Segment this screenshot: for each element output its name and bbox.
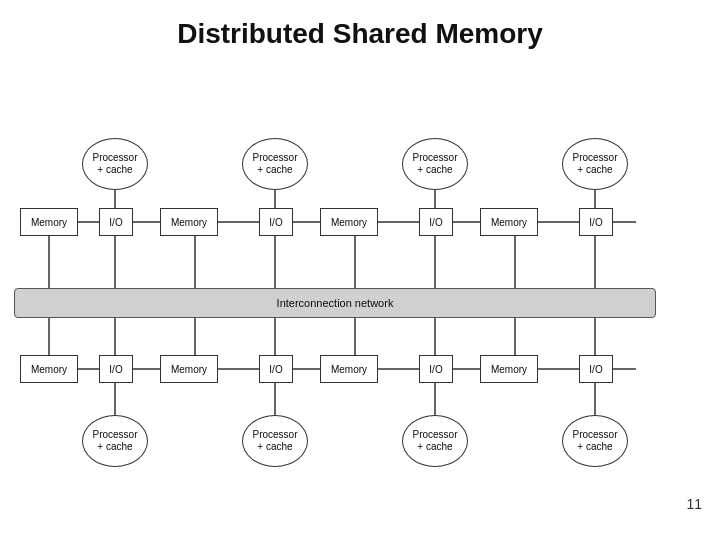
io-top-3: I/O — [419, 208, 453, 236]
io-top-4: I/O — [579, 208, 613, 236]
memory-top-1: Memory — [20, 208, 78, 236]
io-bot-2: I/O — [259, 355, 293, 383]
memory-bot-2: Memory — [160, 355, 218, 383]
processor-cache-top-4: Processor+ cache — [562, 138, 628, 190]
processor-cache-top-2: Processor+ cache — [242, 138, 308, 190]
page-title: Distributed Shared Memory — [0, 0, 720, 60]
processor-cache-top-3: Processor+ cache — [402, 138, 468, 190]
interconnection-network: Interconnection network — [14, 288, 656, 318]
memory-bot-1: Memory — [20, 355, 78, 383]
processor-cache-bot-2: Processor+ cache — [242, 415, 308, 467]
memory-top-3: Memory — [320, 208, 378, 236]
processor-cache-top-1: Processor+ cache — [82, 138, 148, 190]
io-bot-3: I/O — [419, 355, 453, 383]
memory-bot-3: Memory — [320, 355, 378, 383]
io-top-1: I/O — [99, 208, 133, 236]
memory-bot-4: Memory — [480, 355, 538, 383]
memory-top-2: Memory — [160, 208, 218, 236]
processor-cache-bot-1: Processor+ cache — [82, 415, 148, 467]
page-number: 11 — [686, 496, 702, 512]
diagram: Processor+ cache Processor+ cache Proces… — [0, 60, 720, 520]
io-bot-1: I/O — [99, 355, 133, 383]
processor-cache-bot-3: Processor+ cache — [402, 415, 468, 467]
processor-cache-bot-4: Processor+ cache — [562, 415, 628, 467]
memory-top-4: Memory — [480, 208, 538, 236]
io-top-2: I/O — [259, 208, 293, 236]
io-bot-4: I/O — [579, 355, 613, 383]
